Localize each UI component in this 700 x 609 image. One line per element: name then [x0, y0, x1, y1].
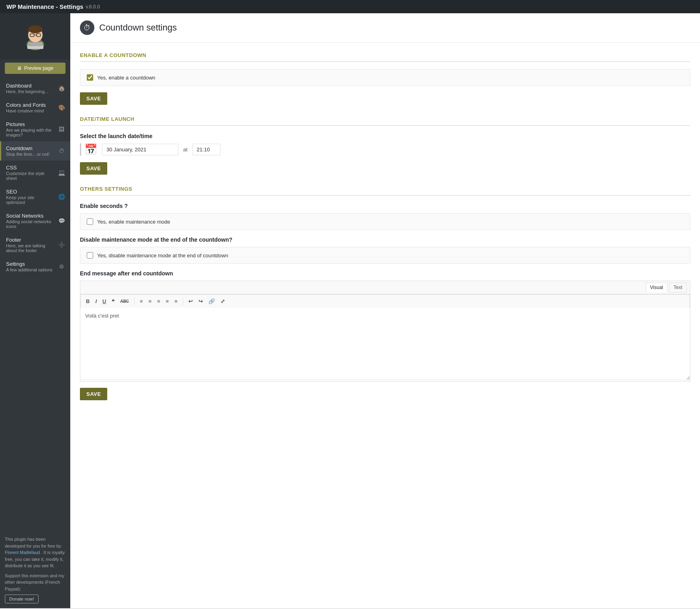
dashboard-icon: 🏠 [57, 84, 65, 92]
toolbar-bold[interactable]: B [84, 297, 92, 306]
datetime-heading: DATE/TIME LAUNCH [80, 116, 690, 122]
toolbar-align-right[interactable]: ≡ [172, 297, 180, 306]
sidebar-nav: Dashboard Here, the beginning... 🏠 Color… [0, 79, 70, 531]
editor-tab-visual[interactable]: Visual [646, 283, 667, 292]
sidebar-item-dashboard[interactable]: Dashboard Here, the beginning... 🏠 [0, 79, 70, 98]
toolbar-link[interactable]: 🔗 [206, 297, 217, 306]
toolbar-undo[interactable]: ↩ [186, 297, 195, 306]
disable-maintenance-checkbox-label[interactable]: Yes, disable maintenance mode at the end… [97, 253, 228, 259]
editor-toolbar: B I U ❝ ABC ≡ ≡ ≡ ≡ ≡ ↩ [80, 294, 690, 308]
toolbar-ol[interactable]: ≡ [147, 297, 154, 306]
enable-seconds-checkbox[interactable] [87, 218, 93, 225]
avatar-illustration [19, 20, 51, 52]
others-settings-section: OTHERS SETTINGS Enable seconds ? Yes, en… [80, 186, 690, 400]
editor-container: Visual Text B I U ❝ ABC ≡ ≡ ≡ [80, 281, 690, 382]
colors-fonts-icon: 🎨 [57, 104, 65, 112]
sidebar-item-seo[interactable]: SEO Keep your site optimized 🌐 [0, 185, 70, 209]
toolbar-underline[interactable]: U [100, 297, 108, 306]
css-icon: 💻 [57, 169, 65, 177]
datetime-field-label: Select the launch date/time [80, 133, 690, 139]
disable-maintenance-label: Disable maintenance mode at the end of t… [80, 236, 690, 243]
disable-maintenance-checkbox[interactable] [87, 252, 93, 259]
calendar-icon: 📅 [84, 143, 97, 156]
preview-icon: 🖥 [17, 65, 22, 71]
section-divider-2 [80, 125, 690, 126]
time-input[interactable] [192, 144, 220, 155]
toolbar-sep-1 [134, 298, 135, 305]
pictures-icon: 🖼 [57, 125, 65, 133]
sidebar-item-css[interactable]: CSS Customize the style sheet 💻 [0, 161, 70, 185]
sidebar-item-settings[interactable]: Settings A few additional options ⚙ [0, 257, 70, 276]
toolbar-quote[interactable]: ❝ [110, 297, 116, 306]
enable-countdown-label[interactable]: Yes, enable a countdown [97, 75, 155, 81]
date-input[interactable] [102, 144, 178, 155]
app-version: v.6.0.0 [86, 4, 100, 10]
enable-countdown-heading: ENABLE A COUNTDOWN [80, 52, 690, 58]
toolbar-redo[interactable]: ↪ [196, 297, 205, 306]
main-content: ⏱ Countdown settings ENABLE A COUNTDOWN … [70, 13, 700, 608]
enable-countdown-checkbox[interactable] [87, 74, 93, 81]
editor-textarea[interactable]: Voilà c'est pret [80, 308, 690, 380]
footer-icon: ➕ [57, 241, 65, 249]
save-button-1[interactable]: SAVE [80, 92, 107, 105]
editor-tabs-row: Visual Text [80, 281, 690, 294]
top-bar: WP Maintenance - Settings v.6.0.0 [0, 0, 700, 13]
datetime-section: DATE/TIME LAUNCH Select the launch date/… [80, 116, 690, 175]
countdown-icon: ⏱ [57, 147, 65, 155]
toolbar-fullscreen[interactable]: ⤢ [218, 297, 227, 306]
sidebar-avatar [0, 13, 70, 59]
enable-seconds-checkbox-row: Yes, enable maintenance mode [80, 213, 690, 230]
end-message-label: End message after end countdown [80, 270, 690, 277]
page-title: Countdown settings [99, 22, 177, 33]
settings-icon: ⚙ [57, 263, 65, 271]
seo-icon: 🌐 [57, 193, 65, 201]
toolbar-sep-2 [183, 298, 183, 305]
others-settings-heading: OTHERS SETTINGS [80, 186, 690, 192]
save-button-2[interactable]: SAVE [80, 162, 107, 175]
toolbar-abc[interactable]: ABC [118, 298, 131, 305]
at-label: at [183, 147, 188, 153]
sidebar-footer: This plugin has been developed for you f… [0, 531, 70, 608]
preview-page-button[interactable]: 🖥 Preview page [5, 63, 65, 74]
toolbar-align-left[interactable]: ≡ [155, 297, 162, 306]
sidebar: 🖥 Preview page Dashboard Here, the begin… [0, 13, 70, 608]
toolbar-align-center[interactable]: ≡ [164, 297, 171, 306]
main-inner: ENABLE A COUNTDOWN Yes, enable a countdo… [70, 43, 700, 421]
disable-maintenance-checkbox-row: Yes, disable maintenance mode at the end… [80, 247, 690, 264]
toolbar-italic[interactable]: I [93, 297, 99, 306]
save-button-3[interactable]: SAVE [80, 388, 107, 400]
sidebar-item-pictures[interactable]: Pictures Are we playing with the images?… [0, 117, 70, 141]
svg-point-2 [28, 25, 43, 33]
editor-tab-text[interactable]: Text [669, 283, 687, 292]
page-header: ⏱ Countdown settings [70, 13, 700, 43]
section-divider-1 [80, 61, 690, 62]
sidebar-item-social-networks[interactable]: Social Networks Adding social networks i… [0, 209, 70, 233]
preview-label: Preview page [24, 65, 53, 71]
app-title: WP Maintenance - Settings [6, 3, 83, 10]
page-header-icon: ⏱ [80, 20, 94, 35]
enable-countdown-checkbox-row: Yes, enable a countdown [80, 69, 690, 86]
datetime-row: 📅 at [80, 143, 690, 156]
social-networks-icon: 💬 [57, 217, 65, 225]
sidebar-item-footer[interactable]: Footer Here, we are talking about the fo… [0, 233, 70, 257]
sidebar-item-colors-fonts[interactable]: Colors and Fonts Have creative mind 🎨 [0, 98, 70, 117]
toolbar-ul[interactable]: ≡ [138, 297, 145, 306]
sidebar-item-countdown[interactable]: Countdown Stop the time... or not! ⏱ [0, 141, 70, 161]
svg-rect-7 [28, 42, 43, 46]
enable-countdown-section: ENABLE A COUNTDOWN Yes, enable a countdo… [80, 52, 690, 105]
enable-seconds-label: Enable seconds ? [80, 203, 690, 209]
enable-seconds-checkbox-label[interactable]: Yes, enable maintenance mode [97, 219, 170, 225]
author-link[interactable]: Florent Maillefaud [5, 550, 40, 555]
section-divider-3 [80, 195, 690, 196]
donate-button[interactable]: Donate now! [5, 595, 39, 603]
